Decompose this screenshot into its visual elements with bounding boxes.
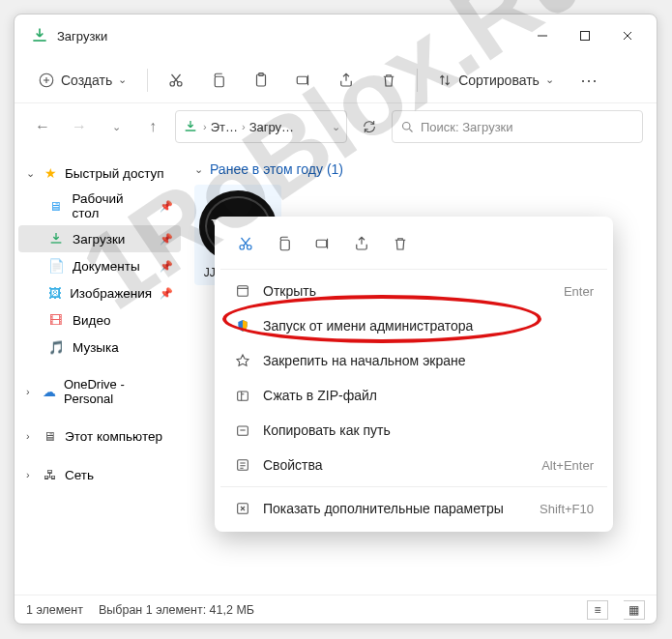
more-button[interactable]: ⋯ xyxy=(570,64,607,97)
up-button[interactable]: ↑ xyxy=(138,112,167,141)
videos-icon: 🎞 xyxy=(47,311,65,329)
shield-icon xyxy=(234,317,251,334)
paste-button[interactable] xyxy=(243,64,279,97)
pictures-icon: 🖼 xyxy=(47,284,62,302)
pin-icon: 📌 xyxy=(160,233,173,246)
chevron-right-icon: › xyxy=(203,121,207,132)
svg-point-8 xyxy=(403,122,411,130)
sort-label: Сортировать xyxy=(458,73,540,88)
sidebar: ⌄ ★ Быстрый доступ 🖥 Рабочий стол 📌 Загр… xyxy=(15,150,185,595)
sidebar-onedrive[interactable]: › ☁ OneDrive - Personal xyxy=(18,372,181,411)
chevron-right-icon: › xyxy=(26,469,36,480)
maximize-button[interactable] xyxy=(564,18,606,53)
view-details-button[interactable]: ≡ xyxy=(587,600,608,620)
shortcut: Alt+Enter xyxy=(541,458,594,473)
network-icon: 🖧 xyxy=(42,466,59,483)
breadcrumb-item[interactable]: Эт… xyxy=(211,120,238,134)
ctx-label: Копировать как путь xyxy=(263,422,391,438)
view-icons-button[interactable]: ▦ xyxy=(624,600,645,620)
ctx-show-more[interactable]: Показать дополнительные параметры Shift+… xyxy=(220,491,607,526)
sidebar-label: Быстрый доступ xyxy=(65,166,164,181)
ctx-label: Закрепить на начальном экране xyxy=(263,353,466,368)
rename-button[interactable] xyxy=(285,64,322,97)
ctx-compress-zip[interactable]: Сжать в ZIP-файл xyxy=(220,378,607,413)
address-bar[interactable]: › Эт… › Загру… ⌄ xyxy=(175,110,347,143)
ctx-copy-path[interactable]: Копировать как путь xyxy=(220,413,607,448)
sidebar-quick-access[interactable]: ⌄ ★ Быстрый доступ xyxy=(18,160,181,187)
divider xyxy=(417,69,418,92)
ctx-open[interactable]: Открыть Enter xyxy=(220,274,607,308)
forward-button[interactable]: → xyxy=(65,112,94,141)
sidebar-item-pictures[interactable]: 🖼 Изображения 📌 xyxy=(18,279,181,306)
cut-button[interactable] xyxy=(158,64,194,97)
share-button[interactable] xyxy=(328,64,365,97)
back-button[interactable]: ← xyxy=(28,112,57,141)
chevron-down-icon[interactable]: ⌄ xyxy=(332,121,340,133)
more-icon xyxy=(234,500,251,517)
chevron-down-icon: ⌄ xyxy=(26,167,36,180)
create-button[interactable]: Создать ⌄ xyxy=(28,66,137,95)
pin-icon: 📌 xyxy=(160,287,173,300)
group-label: Ранее в этом году (1) xyxy=(210,161,343,177)
desktop-icon: 🖥 xyxy=(47,197,65,215)
chevron-down-icon: ⌄ xyxy=(194,163,204,176)
sidebar-item-downloads[interactable]: Загрузки 📌 xyxy=(18,225,181,252)
cut-button[interactable] xyxy=(228,228,263,259)
ctx-label: Свойства xyxy=(263,457,322,473)
window-title: Загрузки xyxy=(57,29,521,44)
ctx-properties[interactable]: Свойства Alt+Enter xyxy=(220,448,607,482)
chevron-right-icon: › xyxy=(26,386,36,397)
delete-button[interactable] xyxy=(383,228,418,259)
nav-row: ← → ⌄ ↑ › Эт… › Загру… ⌄ Поиск: Загрузки xyxy=(15,103,657,150)
breadcrumb-item[interactable]: Загру… xyxy=(249,120,294,134)
share-button[interactable] xyxy=(344,228,379,259)
svg-rect-12 xyxy=(316,240,327,247)
svg-rect-4 xyxy=(215,76,223,87)
sidebar-label: Документы xyxy=(73,259,140,274)
create-label: Создать xyxy=(61,73,112,88)
statusbar: 1 элемент Выбран 1 элемент: 41,2 МБ ≡ ▦ xyxy=(15,595,657,624)
group-header[interactable]: ⌄ Ранее в этом году (1) xyxy=(194,161,647,177)
sidebar-network[interactable]: › 🖧 Сеть xyxy=(18,461,181,488)
sidebar-item-videos[interactable]: 🎞 Видео xyxy=(18,306,181,334)
search-input[interactable]: Поиск: Загрузки xyxy=(392,110,643,143)
svg-rect-0 xyxy=(581,32,590,41)
ctx-pin-start[interactable]: Закрепить на начальном экране xyxy=(220,343,607,378)
rename-button[interactable] xyxy=(306,228,340,259)
ctx-label: Запуск от имени администратора xyxy=(263,318,473,334)
sidebar-item-desktop[interactable]: 🖥 Рабочий стол 📌 xyxy=(18,187,181,225)
open-icon xyxy=(234,282,251,300)
copy-button[interactable] xyxy=(267,228,302,259)
search-icon xyxy=(400,120,415,134)
sidebar-label: Изображения xyxy=(70,286,152,301)
sidebar-label: Музыка xyxy=(73,340,119,355)
pin-icon: 📌 xyxy=(160,200,173,213)
sidebar-item-documents[interactable]: 📄 Документы 📌 xyxy=(18,252,181,279)
copy-button[interactable] xyxy=(200,64,237,97)
delete-button[interactable] xyxy=(370,64,407,97)
downloads-icon xyxy=(182,118,199,135)
ctx-run-as-admin[interactable]: Запуск от имени администратора xyxy=(220,308,607,343)
refresh-button[interactable] xyxy=(355,112,384,141)
sort-button[interactable]: Сортировать ⌄ xyxy=(427,67,565,94)
separator xyxy=(220,269,607,270)
ctx-label: Показать дополнительные параметры xyxy=(263,501,504,516)
chevron-down-icon: ⌄ xyxy=(545,73,555,86)
cloud-icon: ☁ xyxy=(42,383,58,400)
documents-icon: 📄 xyxy=(47,257,65,275)
svg-rect-14 xyxy=(238,392,248,400)
toolbar: Создать ⌄ Сортировать ⌄ ⋯ xyxy=(15,57,657,103)
sidebar-label: Этот компьютер xyxy=(65,429,162,444)
sidebar-label: Загрузки xyxy=(73,232,125,247)
pin-icon: 📌 xyxy=(160,260,173,273)
chevron-down-icon[interactable]: ⌄ xyxy=(102,112,131,141)
pc-icon: 🖥 xyxy=(42,427,59,445)
sidebar-thispc[interactable]: › 🖥 Этот компьютер xyxy=(18,422,181,450)
status-count: 1 элемент xyxy=(26,603,83,617)
shortcut: Enter xyxy=(564,284,594,299)
close-button[interactable] xyxy=(606,18,649,53)
minimize-button[interactable] xyxy=(521,18,564,53)
sidebar-item-music[interactable]: 🎵 Музыка xyxy=(18,334,181,361)
svg-rect-11 xyxy=(280,240,289,250)
star-icon: ★ xyxy=(42,164,59,182)
